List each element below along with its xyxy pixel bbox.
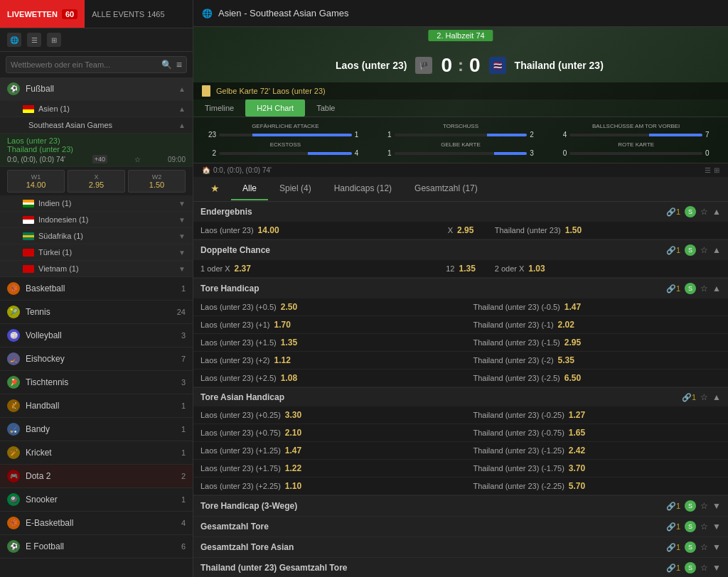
region-suedafrika[interactable]: Südafrika (1) ▼ bbox=[0, 228, 193, 244]
view-list-icon[interactable]: ☰ bbox=[705, 166, 711, 174]
gesamtzahl-link-icon[interactable]: 🔗1 bbox=[666, 522, 680, 532]
sidebar-item-volleyball[interactable]: 🏐 Volleyball 3 bbox=[0, 324, 193, 347]
market-tore-header[interactable]: Tore Handicap 🔗1 S ☆ ▲ bbox=[193, 279, 728, 298]
gesamtzahl-asian-star-icon[interactable]: ☆ bbox=[700, 542, 708, 552]
asian-odd-home-125[interactable]: 1.47 bbox=[285, 446, 301, 455]
region-tuerkei[interactable]: Türkei (1) ▼ bbox=[0, 244, 193, 261]
asian-odd-home-025[interactable]: 3.30 bbox=[285, 410, 301, 420]
market-gesamtzahl-header[interactable]: Gesamtzahl Tore 🔗1 S ☆ ▼ bbox=[193, 517, 728, 536]
sidebar-item-tennis[interactable]: 🎾 Tennis 24 bbox=[0, 301, 193, 324]
bet-tab-star[interactable]: ★ bbox=[199, 177, 231, 201]
bet-tab-alle[interactable]: Alle bbox=[231, 178, 268, 200]
bet-odd-12[interactable]: 1.35 bbox=[459, 264, 475, 274]
filter-icon[interactable]: ≡ bbox=[176, 59, 182, 70]
odds-w1-btn[interactable]: W1 14.00 bbox=[7, 170, 65, 193]
asian-chevron-icon[interactable]: ▲ bbox=[712, 392, 721, 402]
bet-odd-1x[interactable]: 2.37 bbox=[235, 264, 251, 274]
tore-star-icon[interactable]: ☆ bbox=[700, 284, 708, 293]
tore-odd-home-2[interactable]: 1.12 bbox=[274, 355, 291, 365]
market-doppelte-header[interactable]: Doppelte Chance 🔗1 S ☆ ▲ bbox=[193, 240, 728, 260]
asian-odd-away-025[interactable]: 1.27 bbox=[569, 410, 585, 420]
bet-tab-gesamtzahl[interactable]: Gesamtzahl (17) bbox=[403, 178, 489, 200]
market-endergebnis-header[interactable]: Endergebnis 🔗1 S ☆ ▲ bbox=[193, 202, 728, 222]
3wege-star-icon[interactable]: ☆ bbox=[700, 501, 708, 511]
asian-odd-away-125[interactable]: 2.42 bbox=[569, 446, 585, 455]
asian-odd-away-075[interactable]: 1.65 bbox=[569, 428, 585, 438]
doppelte-link-icon[interactable]: 🔗1 bbox=[666, 246, 680, 255]
league-southeast-asian-games[interactable]: Southeast Asian Games ▲ bbox=[0, 117, 193, 134]
grid-view-icon[interactable]: ⊞ bbox=[47, 33, 61, 47]
tab-h2h[interactable]: H2H Chart bbox=[245, 99, 305, 117]
sidebar-item-kricket[interactable]: 🏏 Kricket 1 bbox=[0, 441, 193, 465]
sidebar-item-basketball[interactable]: 🏀 Basketball 1 bbox=[0, 277, 193, 301]
asian-odd-away-175[interactable]: 3.70 bbox=[569, 463, 585, 473]
tore-odd-home-1[interactable]: 1.70 bbox=[274, 320, 291, 330]
bet-tab-spiel[interactable]: Spiel (4) bbox=[268, 178, 323, 200]
tore-link-icon[interactable]: 🔗1 bbox=[666, 284, 680, 293]
tore-odd-away-1[interactable]: 2.02 bbox=[558, 320, 574, 330]
doppelte-chevron-icon[interactable]: ▲ bbox=[712, 245, 721, 255]
asian-star-icon[interactable]: ☆ bbox=[700, 392, 708, 402]
search-input[interactable] bbox=[11, 60, 161, 69]
asian-link-icon[interactable]: 🔗1 bbox=[682, 393, 696, 402]
asian-odd-home-225[interactable]: 1.10 bbox=[285, 481, 301, 491]
region-asien[interactable]: Asien (1) ▲ bbox=[0, 101, 193, 117]
match-item-laos-thailand[interactable]: Laos (unter 23) Thailand (unter 23) 0:0,… bbox=[0, 134, 193, 167]
sidebar-item-snooker[interactable]: 🎱 Snooker 1 bbox=[0, 488, 193, 512]
tore-odd-home-15[interactable]: 1.35 bbox=[281, 338, 297, 347]
asian-odd-away-225[interactable]: 5.70 bbox=[569, 481, 585, 491]
gesamtzahl-chevron-icon[interactable]: ▼ bbox=[712, 522, 721, 532]
tab-timeline[interactable]: Timeline bbox=[193, 99, 245, 117]
match-favorite-icon[interactable]: ☆ bbox=[134, 156, 141, 163]
livewetten-button[interactable]: LIVEWETTEN 60 bbox=[0, 0, 85, 28]
odds-x-btn[interactable]: X 2.95 bbox=[68, 170, 125, 193]
sidebar-item-ebasketball[interactable]: 🏀 E-Basketball 4 bbox=[0, 512, 193, 535]
search-icon[interactable]: 🔍 bbox=[161, 60, 172, 70]
tore-odd-home-05[interactable]: 2.50 bbox=[281, 302, 297, 312]
sidebar-item-bandy[interactable]: 🏑 Bandy 1 bbox=[0, 418, 193, 441]
sidebar-item-handball[interactable]: 🤾 Handball 1 bbox=[0, 394, 193, 418]
3wege-link-icon[interactable]: 🔗1 bbox=[666, 502, 680, 511]
tab-table[interactable]: Table bbox=[305, 99, 346, 117]
market-gesamtzahl-asian-header[interactable]: Gesamtzahl Tore Asian 🔗1 S ☆ ▼ bbox=[193, 537, 728, 557]
region-vietnam[interactable]: Vietnam (1) ▼ bbox=[0, 261, 193, 277]
odds-w2-btn[interactable]: W2 1.50 bbox=[128, 170, 186, 193]
link-icon[interactable]: 🔗1 bbox=[666, 207, 680, 217]
sidebar-item-tischtennis[interactable]: 🏓 Tischtennis 3 bbox=[0, 371, 193, 394]
list-view-icon[interactable]: ☰ bbox=[27, 33, 41, 47]
bet-odd-away[interactable]: 1.50 bbox=[565, 225, 582, 235]
region-indonesien[interactable]: Indonesien (1) ▼ bbox=[0, 212, 193, 228]
tore-odd-away-25[interactable]: 6.50 bbox=[564, 373, 581, 383]
thailand-gesamtzahl-link-icon[interactable]: 🔗1 bbox=[666, 563, 680, 573]
alle-events-button[interactable]: ALLE EVENTS 1465 bbox=[85, 10, 171, 18]
sidebar-item-dota2[interactable]: 🎮 Dota 2 2 bbox=[0, 465, 193, 488]
tore-odd-away-05[interactable]: 1.47 bbox=[564, 302, 581, 312]
gesamtzahl-asian-link-icon[interactable]: 🔗1 bbox=[666, 543, 680, 552]
sidebar-item-efootball[interactable]: ⚽ E Football 6 bbox=[0, 535, 193, 559]
gesamtzahl-star-icon[interactable]: ☆ bbox=[700, 522, 708, 532]
market-3wege-header[interactable]: Tore Handicap (3-Wege) 🔗1 S ☆ ▼ bbox=[193, 496, 728, 516]
region-indien[interactable]: Indien (1) ▼ bbox=[0, 195, 193, 212]
doppelte-star-icon[interactable]: ☆ bbox=[700, 245, 708, 255]
gesamtzahl-asian-chevron-icon[interactable]: ▼ bbox=[712, 542, 721, 552]
tore-odd-away-2[interactable]: 5.35 bbox=[558, 355, 574, 365]
bet-tab-handicaps[interactable]: Handicaps (12) bbox=[323, 178, 403, 200]
thailand-gesamtzahl-chevron-icon[interactable]: ▼ bbox=[712, 563, 721, 573]
view-grid-icon[interactable]: ⊞ bbox=[714, 166, 719, 174]
tore-odd-away-15[interactable]: 2.95 bbox=[564, 338, 581, 347]
thailand-gesamtzahl-star-icon[interactable]: ☆ bbox=[700, 563, 708, 573]
asian-odd-home-075[interactable]: 2.10 bbox=[285, 428, 301, 438]
market-thailand-gesamtzahl-header[interactable]: Thailand (unter 23) Gesamtzahl Tore 🔗1 S… bbox=[193, 558, 728, 577]
sidebar-item-eishockey[interactable]: 🏒 Eishockey 7 bbox=[0, 347, 193, 371]
bet-odd-home[interactable]: 14.00 bbox=[258, 225, 279, 235]
tore-odd-home-25[interactable]: 1.08 bbox=[281, 373, 297, 383]
tore-chevron-icon[interactable]: ▲ bbox=[712, 284, 721, 293]
chevron-up-icon[interactable]: ▲ bbox=[712, 207, 721, 217]
star-favorite-icon[interactable]: ☆ bbox=[700, 207, 708, 217]
sidebar-item-fussball[interactable]: ⚽ Fußball ▲ bbox=[0, 77, 193, 101]
bet-odd-x[interactable]: 2.95 bbox=[457, 225, 473, 235]
3wege-chevron-icon[interactable]: ▼ bbox=[712, 501, 721, 511]
bet-odd-2x[interactable]: 1.03 bbox=[528, 264, 545, 274]
globe-view-icon[interactable]: 🌐 bbox=[7, 33, 21, 47]
asian-odd-home-175[interactable]: 1.22 bbox=[285, 463, 301, 473]
